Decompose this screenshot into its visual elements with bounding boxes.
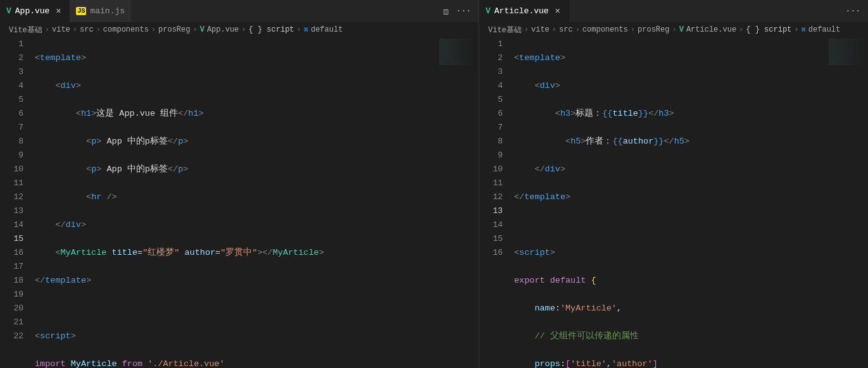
link-icon: ⌘ bbox=[304, 25, 308, 35]
tab-label: App.vue bbox=[15, 6, 50, 16]
tab-article-vue[interactable]: V Article.vue × bbox=[479, 0, 569, 22]
tabs-bar: V Article.vue × ··· bbox=[479, 0, 868, 22]
tab-app-vue[interactable]: V App.vue × bbox=[0, 0, 70, 22]
tab-label: Article.vue bbox=[494, 6, 549, 16]
tab-main-js[interactable]: JS main.js bbox=[70, 0, 131, 22]
tab-actions: ··· bbox=[846, 6, 868, 16]
breadcrumb[interactable]: Vite基础› vite› src› components› prosReg› … bbox=[0, 22, 479, 37]
split-editor-icon[interactable]: ◫ bbox=[444, 6, 449, 16]
code-editor[interactable]: 12345678910111213141516 <template> <div>… bbox=[479, 37, 868, 368]
vue-icon: V bbox=[679, 25, 684, 34]
close-icon[interactable]: × bbox=[553, 6, 563, 16]
vue-icon: V bbox=[200, 25, 204, 34]
code-content[interactable]: <template> <div> <h3>标题：{{title}}</h3> <… bbox=[514, 37, 868, 368]
link-icon: ⌘ bbox=[802, 25, 806, 35]
editor-panel-left: V App.vue × JS main.js ◫ ··· Vite基础› vit… bbox=[0, 0, 479, 368]
line-gutter: 12345678910111213141516 bbox=[479, 37, 514, 368]
vue-icon: V bbox=[486, 6, 491, 16]
breadcrumb[interactable]: Vite基础› vite› src› components› prosReg› … bbox=[479, 22, 868, 37]
line-gutter: 12345678910111213141516171819202122 bbox=[0, 37, 35, 368]
minimap[interactable] bbox=[829, 39, 865, 65]
js-icon: JS bbox=[76, 7, 86, 15]
close-icon[interactable]: × bbox=[53, 6, 63, 16]
tab-label: main.js bbox=[90, 6, 125, 16]
vue-icon: V bbox=[6, 6, 11, 16]
more-icon[interactable]: ··· bbox=[456, 6, 471, 16]
more-icon[interactable]: ··· bbox=[846, 6, 860, 16]
editor-panel-right: V Article.vue × ··· Vite基础› vite› src› c… bbox=[479, 0, 868, 368]
tabs-bar: V App.vue × JS main.js ◫ ··· bbox=[0, 0, 479, 22]
minimap[interactable] bbox=[439, 39, 476, 65]
code-editor[interactable]: 12345678910111213141516171819202122 <tem… bbox=[0, 37, 479, 368]
code-content[interactable]: <template> <div> <h1>这是 App.vue 组件</h1> … bbox=[35, 37, 479, 368]
tab-actions: ◫ ··· bbox=[444, 6, 479, 16]
